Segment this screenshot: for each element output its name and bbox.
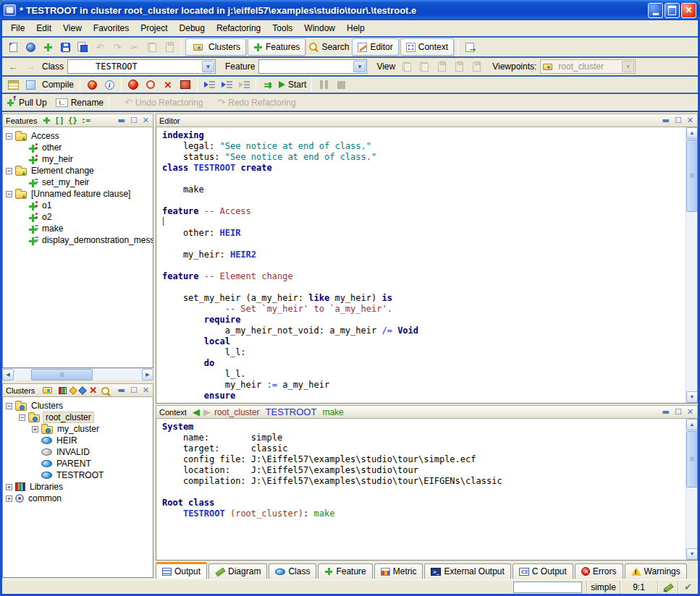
tree-item-heir[interactable]: HEIR [3,435,153,446]
add-cluster-icon[interactable] [43,387,52,393]
redo-button[interactable]: ↷ [109,39,125,55]
tree-item-set-my-heir[interactable]: set_my_heir [3,176,153,188]
menu-view[interactable]: View [57,22,88,35]
view-clickable-button[interactable] [416,59,432,74]
tree-item-parent[interactable]: PARENT [3,458,153,469]
scroll-down-icon[interactable]: ▼ [686,391,698,403]
tree-expander-icon[interactable]: + [6,484,12,490]
tree-expander-icon[interactable]: − [6,403,12,409]
features-horizontal-scrollbar[interactable]: ◀ ▶ [2,368,153,380]
context-forward-icon[interactable]: ▶ [203,407,211,417]
tree-item-root-cluster[interactable]: −root_cluster [3,412,153,423]
tree-expander-icon[interactable]: − [19,414,25,421]
alias-braces-icon[interactable]: {} [68,116,77,124]
step-over-button[interactable] [219,77,235,93]
add-library-icon[interactable] [59,387,67,394]
key-yellow-icon[interactable] [69,386,77,394]
stop-button[interactable] [333,77,349,93]
view-basic-button[interactable] [399,59,415,74]
tab-output[interactable]: Output [156,562,207,579]
panel-close-icon[interactable]: ✕ [686,116,694,124]
tab-diagram[interactable]: Diagram [208,563,267,579]
tree-item-o1[interactable]: o1 [3,200,153,211]
rename-button[interactable]: I..Rename [54,95,105,111]
context-back-icon[interactable]: ◀ [193,407,200,417]
features-tool-button[interactable]: Features [248,38,305,56]
pull-up-button[interactable]: Pull Up [5,95,49,111]
panel-close-icon[interactable]: ✕ [142,386,150,394]
tree-expander-icon[interactable]: − [6,168,12,174]
panel-maximize-icon[interactable]: ☐ [130,116,138,124]
run-to-cursor-button[interactable]: ⇉ [260,77,276,93]
cut-button[interactable]: ✂ [127,39,143,55]
step-out-button[interactable] [236,77,252,93]
class-combobox[interactable]: TESTROOT ▼ [67,59,216,74]
copy-button[interactable] [144,39,160,55]
editor-body[interactable]: indexing legal: "See notice at end of cl… [156,127,698,404]
breadcrumb-cluster[interactable]: root_cluster [214,407,260,417]
menu-favorites[interactable]: Favorites [88,22,135,35]
tree-item-my-heir[interactable]: my_heir [3,153,153,165]
scroll-up-icon[interactable]: ▲ [686,419,698,430]
tree-item--unnamed-feature-clause-[interactable]: −[Unnamed feature clause] [3,188,153,200]
tree-expander-icon[interactable]: − [6,133,12,140]
viewpoints-combobox[interactable]: root_cluster ▼ [540,59,636,74]
compile-help-button[interactable] [84,77,100,93]
tab-feature[interactable]: Feature [318,563,372,579]
enable-breakpoints-button[interactable] [125,77,141,93]
scrollbar-thumb[interactable] [686,140,698,212]
tree-item-clusters[interactable]: −Clusters [3,400,153,412]
tab-c-output[interactable]: C Output [513,563,573,579]
tab-metric[interactable]: Metric [374,563,423,579]
key-blue-icon[interactable] [79,386,87,394]
remove-item-icon[interactable]: ✕ [89,386,97,395]
panel-minimize-icon[interactable]: ▬ [662,116,670,124]
scrollbar-thumb[interactable] [686,431,698,488]
editor-vertical-scrollbar[interactable]: ▲ ▼ [686,127,697,403]
assigner-icon[interactable]: := [81,116,90,124]
scroll-left-icon[interactable]: ◀ [2,369,14,380]
tree-item-display-demonstration-messa[interactable]: display_demonstration_messa [3,234,153,246]
panel-close-icon[interactable]: ✕ [686,408,694,416]
tree-item-testroot[interactable]: TESTROOT [3,469,153,481]
clusters-tool-button[interactable]: Clusters [185,38,246,56]
alias-brackets-icon[interactable]: [] [54,116,64,124]
tree-item-my-cluster[interactable]: +my_cluster [3,423,153,435]
tree-item-o2[interactable]: o2 [3,211,153,223]
status-readonly-cell[interactable]: ✔ [678,581,698,594]
chevron-down-icon[interactable]: ▼ [202,61,214,72]
disable-breakpoints-button[interactable] [143,77,159,93]
scrollbar-thumb[interactable] [31,369,93,380]
melt-button[interactable] [22,77,38,93]
panel-maximize-icon[interactable]: ☐ [674,116,683,124]
view-interface-button[interactable] [468,59,484,74]
external-commands-button[interactable] [462,39,478,55]
panel-minimize-icon[interactable]: ▬ [117,116,126,124]
context-vertical-scrollbar[interactable]: ▲ ▼ [686,419,697,560]
panel-maximize-icon[interactable]: ☐ [130,386,138,394]
tab-warnings[interactable]: Warnings [625,563,687,579]
panel-minimize-icon[interactable]: ▬ [117,386,126,394]
system-info-button[interactable] [101,77,117,93]
scroll-down-icon[interactable]: ▼ [686,548,698,560]
panel-close-icon[interactable]: ✕ [142,116,150,124]
tree-item-element-change[interactable]: −Element change [3,165,153,176]
tree-expander-icon[interactable]: + [32,426,38,433]
pause-button[interactable] [316,77,332,93]
panel-minimize-icon[interactable]: ▬ [662,408,670,416]
tree-expander-icon[interactable]: + [6,495,12,502]
start-button[interactable]: Start [277,77,308,93]
view-contract-button[interactable] [451,59,467,74]
compile-label[interactable]: Compile [40,80,76,90]
maximize-button[interactable] [665,3,680,18]
tab-class[interactable]: Class [269,563,316,579]
chevron-down-icon[interactable]: ▼ [353,61,366,72]
menu-refactoring[interactable]: Refactoring [211,22,266,35]
tree-expander-icon[interactable]: − [6,191,12,197]
menu-file[interactable]: File [5,22,30,35]
menu-project[interactable]: Project [135,22,173,35]
menu-window[interactable]: Window [298,22,341,35]
tree-item-libraries[interactable]: +Libraries [3,481,153,493]
save-button[interactable] [57,39,73,55]
remove-breakpoints-button[interactable]: ✕ [160,77,176,93]
